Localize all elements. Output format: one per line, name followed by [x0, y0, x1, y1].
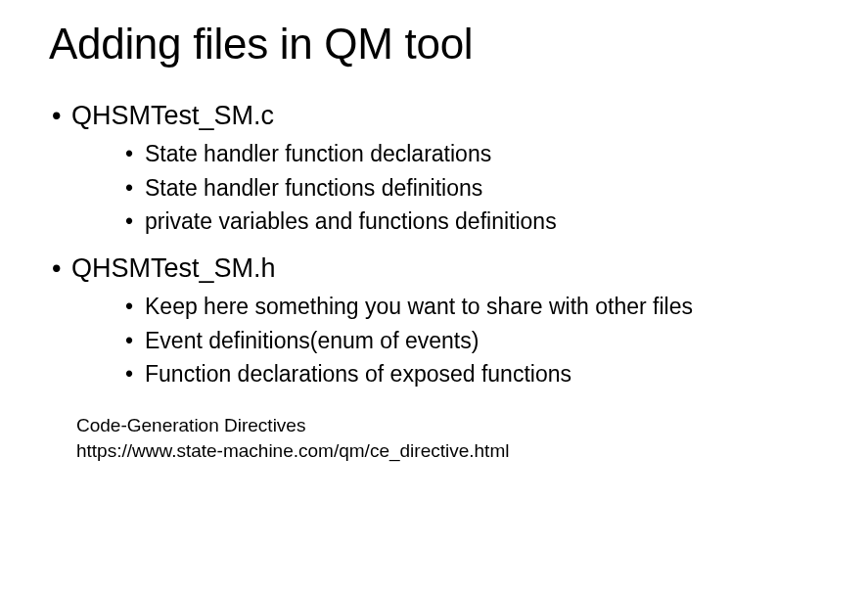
main-bullet-list: QHSMTest_SM.c State handler function dec… [49, 98, 819, 391]
sub-list-h: Keep here something you want to share wi… [71, 290, 819, 391]
sub-list-c: State handler function declarations Stat… [71, 137, 819, 239]
footer-line-1: Code-Generation Directives [76, 413, 819, 438]
bullet-file-c-label: QHSMTest_SM.c [71, 101, 274, 130]
sub-item-c-1: State handler function declarations [71, 137, 819, 171]
sub-item-c-3: private variables and functions definiti… [71, 205, 819, 239]
slide-container: Adding files in QM tool QHSMTest_SM.c St… [0, 0, 868, 594]
sub-item-h-3: Function declarations of exposed functio… [71, 357, 819, 391]
footer-note: Code-Generation Directives https://www.s… [49, 413, 819, 463]
sub-item-h-2: Event definitions(enum of events) [71, 324, 819, 358]
bullet-file-c: QHSMTest_SM.c State handler function dec… [49, 98, 819, 239]
bullet-file-h-label: QHSMTest_SM.h [71, 253, 276, 283]
slide-title: Adding files in QM tool [49, 20, 819, 69]
footer-line-2: https://www.state-machine.com/qm/ce_dire… [76, 438, 819, 464]
bullet-file-h: QHSMTest_SM.h Keep here something you wa… [49, 251, 819, 391]
sub-item-c-2: State handler functions definitions [71, 171, 819, 206]
sub-item-h-1: Keep here something you want to share wi… [71, 290, 819, 324]
